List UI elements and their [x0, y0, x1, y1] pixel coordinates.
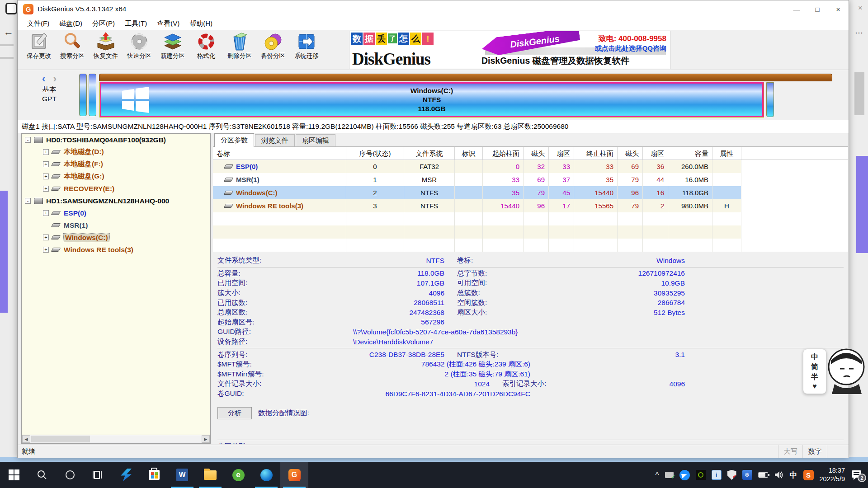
menu-tools[interactable]: 工具(T)	[120, 19, 152, 28]
word-button[interactable]: W	[168, 462, 196, 488]
partition-bar-msr[interactable]	[89, 74, 96, 116]
tab-sector-edit[interactable]: 扇区编辑	[296, 134, 335, 146]
tree-item-msr[interactable]: MSR(1)	[22, 219, 210, 231]
task-view-button[interactable]	[84, 462, 112, 488]
partition-bar-esp[interactable]	[79, 74, 87, 116]
snowflake-icon[interactable]: ❄	[742, 470, 752, 480]
new-partition-button[interactable]: 新建分区	[156, 32, 189, 60]
scrollbar-thumb[interactable]	[31, 436, 90, 442]
tree-item-windows-re[interactable]: + Windows RE tools(3)	[22, 244, 210, 256]
bird-app-icon[interactable]	[679, 470, 690, 480]
cortana-button[interactable]	[56, 462, 84, 488]
store-button[interactable]	[140, 462, 168, 488]
system-tray: ^ ✓ i × ❄ 中 S 18:37 2022/5/9 2	[656, 462, 868, 488]
tree-item-windows-c[interactable]: + Windows(C:)	[22, 231, 210, 244]
disk-graphic: Windows(C:) NTFS 118.0GB	[79, 74, 832, 117]
system-migrate-button[interactable]: 系统迁移	[290, 32, 323, 60]
expander-icon[interactable]: +	[43, 149, 49, 155]
menu-help[interactable]: 帮助(H)	[184, 19, 217, 28]
battery-icon[interactable]	[758, 472, 768, 478]
tree-item-esp[interactable]: + ESP(0)	[22, 207, 210, 219]
main-area: - HD0:TOSHIBAMQ04ABF100(932GB) + 本地磁盘(D:…	[18, 133, 849, 445]
tab-browse-files[interactable]: 浏览文件	[255, 134, 295, 146]
recover-files-button[interactable]: 恢复文件	[89, 32, 123, 60]
notification-badge: 2	[858, 474, 866, 482]
intel-graphics-icon[interactable]: i	[712, 470, 722, 480]
tree-horizontal-scrollbar[interactable]: ◀ ▶	[22, 435, 210, 443]
table-row-msr[interactable]: MSR(1) 1 MSR 33 69 37 35 79 44 16.0MB	[213, 173, 848, 186]
sogou-icon[interactable]: S	[803, 470, 814, 480]
analyze-button[interactable]: 分析	[217, 407, 252, 419]
tree-item-local-f[interactable]: + 本地磁盘(F:)	[22, 158, 210, 170]
partition-bar-windows-selected[interactable]: Windows(C:) NTFS 118.0GB	[100, 82, 764, 117]
printer-icon[interactable]: ✓	[665, 472, 674, 478]
partition-type-guid-row: 分区类型GUID: FBD0A0A2-B9E5-4433-87C0-68B6B7…	[217, 441, 848, 444]
table-row-windows-re[interactable]: Windows RE tools(3) 3 NTFS 15440 96 17 1…	[213, 199, 848, 212]
partition-bar-re-tools[interactable]	[766, 82, 774, 117]
resize-grip[interactable]	[827, 445, 849, 458]
notification-center-button[interactable]: 2	[851, 469, 863, 480]
ime-status-box[interactable]: 中 简 半 ♥	[803, 349, 826, 394]
table-row-esp[interactable]: ESP(0) 0 FAT32 0 32 33 33 69 36 260.0MB	[213, 160, 848, 173]
windows-logo-icon	[121, 85, 150, 114]
expander-icon[interactable]: +	[43, 247, 49, 253]
edge-button[interactable]	[252, 462, 280, 488]
taskbar-clock[interactable]: 18:37 2022/5/9	[820, 466, 845, 483]
close-button[interactable]: ×	[828, 0, 849, 18]
defender-shield-icon[interactable]: ×	[727, 470, 736, 480]
menu-view[interactable]: 查看(V)	[152, 19, 184, 28]
pinned-bolt-app-button[interactable]	[112, 462, 140, 488]
tree-item-hd0[interactable]: - HD0:TOSHIBAMQ04ABF100(932GB)	[22, 134, 210, 146]
scroll-right-icon[interactable]: ▶	[202, 435, 210, 443]
banner-ad[interactable]: 数 据 丢 了 怎 么 ! DiskGenius DiskGenius 致电: …	[349, 31, 670, 69]
background-purple-band	[0, 191, 8, 313]
menu-partition[interactable]: 分区(P)	[87, 19, 120, 28]
tree-item-local-d[interactable]: + 本地磁盘(D:)	[22, 146, 210, 158]
partition-icon	[51, 248, 61, 252]
expander-icon[interactable]: +	[43, 186, 49, 192]
save-changes-icon	[29, 32, 49, 51]
banner-subtitle: DiskGenius 磁盘管理及数据恢复软件	[481, 55, 629, 67]
taskbar-search-button[interactable]	[28, 462, 56, 488]
search-partition-button[interactable]: 搜索分区	[56, 32, 89, 60]
background-scrollbar-thumb[interactable]	[854, 72, 864, 115]
expander-icon[interactable]: +	[43, 235, 49, 240]
ime-indicator[interactable]: 中	[790, 470, 797, 480]
ime-status-widget[interactable]: 中 简 半 ♥	[803, 347, 866, 396]
expander-icon[interactable]: +	[43, 210, 49, 216]
expander-icon[interactable]: -	[25, 137, 31, 143]
scroll-left-icon[interactable]: ◀	[22, 435, 30, 443]
toolbar: 保存更改 搜索分区 恢复文件 快速分区	[18, 30, 849, 70]
minimize-button[interactable]: —	[786, 0, 807, 18]
expander-icon[interactable]: +	[43, 161, 49, 167]
menu-disk[interactable]: 磁盘(D)	[54, 19, 87, 28]
maximize-button[interactable]: □	[807, 0, 828, 18]
background-more-icon: ⋯	[855, 28, 863, 38]
nvidia-icon[interactable]	[696, 470, 706, 480]
quick-partition-button[interactable]: 快速分区	[123, 32, 156, 60]
prev-disk-icon[interactable]: ‹	[42, 72, 46, 84]
tree-item-local-g[interactable]: + 本地磁盘(G:)	[22, 170, 210, 183]
expander-icon[interactable]: +	[43, 174, 49, 179]
start-button[interactable]	[0, 462, 28, 488]
save-changes-button[interactable]: 保存更改	[22, 32, 56, 60]
volume-icon[interactable]	[774, 470, 784, 479]
tree-item-hd1[interactable]: - HD1:SAMSUNGMZNLN128HAHQ-000	[22, 195, 210, 207]
expander-icon[interactable]: -	[25, 198, 31, 204]
menu-file[interactable]: 文件(F)	[22, 19, 54, 28]
delete-partition-button[interactable]: 删除分区	[223, 32, 256, 60]
tree-item-recovery-e[interactable]: + RECOVERY(E:)	[22, 183, 210, 195]
tab-partition-params[interactable]: 分区参数	[214, 133, 254, 147]
green-browser-button[interactable]: e	[224, 462, 252, 488]
partition-detail-panel: 分区参数 浏览文件 扇区编辑 卷标 序号(状态) 文件系统 标识 起始柱面 磁头…	[213, 133, 848, 444]
search-icon	[37, 469, 47, 480]
banner-qq-link[interactable]: 或点击此处选择QQ咨询	[595, 44, 666, 53]
diskgenius-taskbar-button[interactable]: G	[280, 462, 308, 488]
title-bar: G DiskGenius V5.4.3.1342 x64 — □ ×	[18, 0, 849, 18]
file-explorer-button[interactable]	[196, 462, 224, 488]
format-button[interactable]: 格式化	[189, 32, 223, 60]
table-row-windows-selected[interactable]: Windows(C:) 2 NTFS 35 79 45 15440 96 16 …	[213, 186, 848, 199]
next-disk-icon[interactable]: ›	[53, 72, 57, 84]
tray-expand-icon[interactable]: ^	[656, 471, 659, 480]
backup-partition-button[interactable]: 备份分区	[256, 32, 290, 60]
